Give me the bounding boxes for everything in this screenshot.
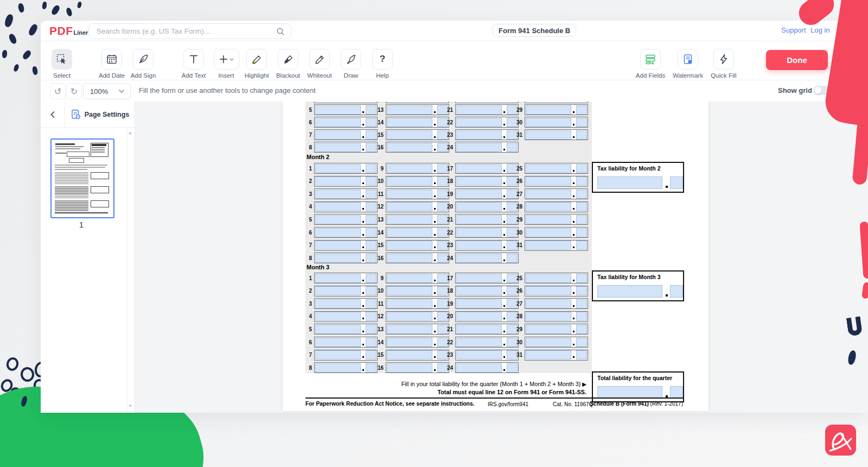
month3-day-27-cents-field[interactable] — [576, 299, 587, 308]
whiteout-button[interactable]: Whiteout — [302, 49, 337, 79]
month3-day-22-dollars-field[interactable] — [456, 338, 502, 347]
quick-fill-label: Quick Fill — [706, 72, 741, 79]
add-sign-button[interactable]: Add Sign — [126, 49, 161, 79]
month3-day-29-box — [525, 324, 588, 335]
month3-day-30-cents-field[interactable] — [576, 338, 587, 347]
tax-liability-month2-label: Tax liability for Month 2 — [597, 165, 683, 172]
pdfliner-logo[interactable]: PDF Liner — [49, 24, 88, 37]
select-tool-button[interactable]: Select — [44, 49, 79, 79]
month3-day-26-dollars-field[interactable] — [526, 286, 571, 295]
add-fields-button[interactable]: Add Fields — [633, 49, 668, 79]
month3-day-13-dollars-field[interactable] — [387, 325, 432, 334]
month3-day-26-box — [525, 286, 588, 296]
highlight-brush-icon — [251, 53, 263, 65]
quick-fill-button[interactable]: Quick Fill — [706, 49, 741, 79]
month3-day-3-dollars-field[interactable] — [315, 299, 361, 308]
decor-paint-dab — [32, 66, 39, 75]
add-date-button[interactable]: Add Date — [94, 49, 129, 79]
quarter-total-dollars-field[interactable] — [597, 386, 662, 399]
fill-total-instruction: Fill in your total liability for the qua… — [401, 381, 586, 387]
undo-button[interactable]: ↺ — [50, 83, 66, 99]
month3-day-14-dollars-field[interactable] — [387, 338, 432, 347]
month2-total-dollars-field[interactable] — [597, 176, 662, 189]
month3-day-11-dollars-field[interactable] — [387, 299, 432, 308]
month3-day-24-dollars-field[interactable] — [456, 363, 502, 373]
month3-day-27-dollars-field[interactable] — [526, 299, 571, 308]
month3-day-1-dollars-field[interactable] — [315, 274, 361, 283]
page-thumbnail-preview — [53, 141, 110, 214]
month2-total-cents-field[interactable] — [670, 176, 683, 189]
month3-total-dollars-field[interactable] — [597, 285, 662, 298]
month3-day-15-dollars-field[interactable] — [387, 350, 432, 359]
login-link[interactable]: Log in — [810, 26, 829, 34]
watermark-button[interactable]: Watermark — [671, 49, 705, 79]
day-number-label: 27 — [509, 301, 522, 307]
scroll-up-arrow[interactable]: ▲ — [128, 130, 132, 135]
decimal-dot-zone — [361, 312, 366, 320]
blackout-button[interactable]: Blackout — [271, 49, 305, 79]
month3-total-cents-field[interactable] — [670, 285, 683, 298]
support-link[interactable]: Support — [781, 26, 806, 34]
month3-day-28-box — [525, 311, 588, 322]
month3-day-7-dollars-field[interactable] — [315, 350, 361, 359]
sidebar-scrollbar[interactable] — [127, 127, 127, 413]
page-thumbnail[interactable] — [50, 138, 114, 218]
month3-day-22-row: 22 — [440, 337, 519, 348]
month3-day-6-dollars-field[interactable] — [315, 338, 361, 347]
month3-day-9-dollars-field[interactable] — [387, 274, 432, 283]
month3-day-28-cents-field[interactable] — [576, 312, 587, 321]
month3-day-24-cents-field[interactable] — [507, 363, 518, 373]
month3-day-5-dollars-field[interactable] — [315, 325, 361, 334]
month3-day-10-dollars-field[interactable] — [387, 286, 432, 295]
page-settings-button[interactable]: Page Settings — [65, 102, 135, 127]
month3-day-21-dollars-field[interactable] — [456, 325, 502, 334]
month3-day-4-dollars-field[interactable] — [315, 312, 361, 321]
month3-day-20-dollars-field[interactable] — [456, 312, 502, 321]
help-button[interactable]: ? Help — [365, 49, 400, 79]
month3-day-23-dollars-field[interactable] — [456, 350, 502, 359]
revision-text: (Rev. 1-2017) — [650, 401, 683, 407]
month3-day-2-dollars-field[interactable] — [315, 286, 361, 295]
day-number-label: 30 — [509, 339, 522, 345]
month3-day-26-cents-field[interactable] — [576, 286, 587, 295]
main-toolbar: Select Add Date Add Sign — [41, 41, 868, 80]
month3-day-30-dollars-field[interactable] — [526, 338, 571, 347]
month3-day-29-dollars-field[interactable] — [526, 325, 571, 334]
scroll-down-arrow[interactable]: ▼ — [128, 403, 132, 408]
done-button[interactable]: Done — [766, 50, 828, 70]
month3-day-17-dollars-field[interactable] — [456, 274, 502, 283]
day-number-label: 29 — [509, 326, 522, 332]
day-number-label: 13 — [371, 326, 384, 332]
quarter-total-cents-field[interactable] — [670, 386, 683, 399]
collapse-sidebar-button[interactable] — [41, 102, 65, 127]
month3-day-29-cents-field[interactable] — [576, 325, 587, 334]
secondary-toolbar: ↺ ↻ 100% Fill the form or use another to… — [41, 80, 868, 102]
zoom-level-select[interactable]: 100% — [83, 83, 131, 99]
draw-button[interactable]: Draw — [334, 49, 368, 79]
month3-day-18-dollars-field[interactable] — [456, 286, 502, 295]
month3-day-13-row: 13 — [371, 324, 449, 335]
search-icon[interactable] — [276, 27, 285, 36]
month3-day-12-dollars-field[interactable] — [387, 312, 432, 321]
add-fields-label: Add Fields — [633, 72, 668, 79]
redo-button[interactable]: ↻ — [66, 83, 82, 99]
month3-day-19-dollars-field[interactable] — [456, 299, 502, 308]
pdf-app-icon-mark — [825, 425, 856, 456]
month3-day-31-dollars-field[interactable] — [526, 350, 571, 359]
month3-day-25-dollars-field[interactable] — [526, 274, 571, 283]
decimal-dot — [503, 331, 505, 332]
month3-day-16-dollars-field[interactable] — [387, 363, 432, 373]
insert-button[interactable]: Insert — [209, 49, 244, 79]
search-input[interactable] — [95, 27, 276, 36]
month3-day-31-cents-field[interactable] — [576, 350, 587, 359]
month3-day-8-dollars-field[interactable] — [315, 363, 361, 373]
decimal-dot — [573, 344, 575, 345]
day-number-label: 25 — [509, 275, 522, 281]
document-canvas[interactable]: 56781314151621222324293031 1234567891011… — [135, 102, 868, 413]
add-text-button[interactable]: Add Text — [176, 49, 211, 79]
decimal-dot — [362, 280, 364, 281]
month3-day-28-dollars-field[interactable] — [526, 312, 571, 321]
month3-day-25-cents-field[interactable] — [576, 274, 587, 283]
decimal-dot — [573, 280, 575, 281]
highlight-button[interactable]: Highlight — [239, 49, 274, 79]
